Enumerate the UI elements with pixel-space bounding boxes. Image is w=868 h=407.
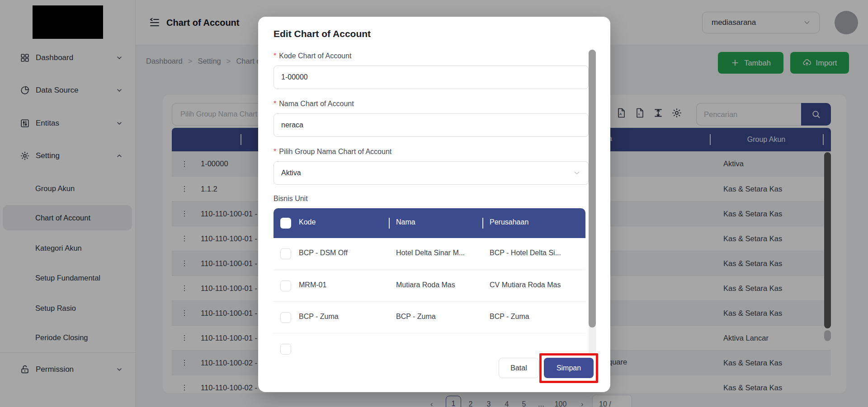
required-marker: * [274, 148, 276, 155]
required-marker: * [274, 100, 276, 108]
nama-input[interactable] [274, 113, 589, 137]
kode-input[interactable] [274, 65, 589, 89]
required-marker: * [274, 52, 276, 60]
nama-label: *Nama Chart of Account [274, 100, 354, 108]
perusahaan-cell: BCP - Zuma [490, 313, 529, 321]
bisnis-unit-row[interactable]: MRM-01 Mutiara Roda Mas CV Mutiara Roda … [274, 270, 585, 301]
bisnis-unit-label: Bisnis Unit [274, 195, 308, 203]
row-checkbox[interactable] [280, 344, 291, 355]
kode-cell: BCP - Zuma [299, 313, 339, 321]
row-checkbox[interactable] [280, 248, 291, 259]
kode-cell: BCP - DSM Off [299, 249, 348, 257]
bisnis-unit-table-header: Kode Nama Perusahaan [274, 208, 585, 238]
bisnis-unit-row[interactable]: BCP - DSM Off Hotel Delta Sinar M... BCP… [274, 238, 585, 270]
bisnis-unit-table: Kode Nama Perusahaan BCP - DSM Off Hotel… [274, 208, 585, 356]
row-checkbox[interactable] [280, 281, 291, 291]
perusahaan-column-header: Perusahaan [490, 218, 528, 226]
group-select-value: Aktiva [281, 169, 301, 177]
bisnis-unit-row[interactable] [274, 333, 585, 356]
group-label: *Pilih Group Nama Chart of Account [274, 148, 392, 156]
perusahaan-cell: CV Mutiara Roda Mas [490, 281, 561, 289]
kode-label: *Kode Chart of Account [274, 52, 351, 60]
select-all-checkbox[interactable] [280, 218, 291, 229]
batal-button[interactable]: Batal [499, 358, 539, 378]
kode-column-header: Kode [299, 218, 316, 226]
bisnis-unit-row[interactable]: BCP - Zuma BCP - Zuma BCP - Zuma [274, 301, 585, 333]
column-divider [482, 218, 483, 229]
nama-cell: Hotel Delta Sinar M... [396, 249, 465, 257]
edit-chart-of-account-modal: Edit Chart of Account *Kode Chart of Acc… [258, 17, 610, 392]
nama-cell: Mutiara Roda Mas [396, 281, 455, 289]
modal-title: Edit Chart of Account [274, 28, 371, 39]
chevron-down-icon [573, 169, 581, 177]
column-divider [389, 218, 390, 229]
simpan-button[interactable]: Simpan [544, 358, 594, 378]
group-select[interactable]: Aktiva [274, 161, 589, 185]
nama-cell: BCP - Zuma [396, 313, 436, 321]
nama-column-header: Nama [396, 218, 415, 226]
perusahaan-cell: BCP - Hotel Delta Si... [490, 249, 561, 257]
kode-cell: MRM-01 [299, 281, 326, 289]
modal-scrollbar-thumb[interactable] [589, 50, 596, 327]
row-checkbox[interactable] [280, 312, 291, 323]
